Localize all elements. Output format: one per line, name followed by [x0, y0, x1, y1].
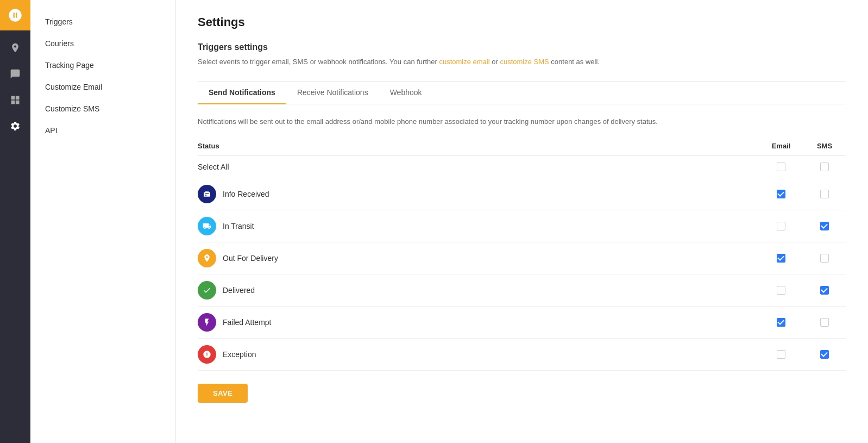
select-all-email-checkbox[interactable] [777, 163, 785, 171]
save-button[interactable]: SAVE [198, 384, 248, 403]
nav-icon-grid[interactable] [4, 89, 26, 111]
nav-icon-chat[interactable] [4, 63, 26, 85]
tab-webhook[interactable]: Webhook [379, 82, 433, 104]
sms-checkbox-out-for-delivery[interactable] [820, 254, 829, 263]
email-checkbox-in-transit[interactable] [777, 222, 785, 230]
email-checkbox-info-received[interactable] [777, 190, 785, 198]
notification-info: Notifications will be sent out to the em… [198, 117, 846, 126]
table-row: Out For Delivery [198, 242, 846, 274]
sidebar-item-couriers[interactable]: Couriers [30, 33, 175, 54]
sidebar-item-api[interactable]: API [30, 120, 175, 141]
sms-checkbox-exception[interactable] [820, 350, 829, 359]
sidebar-item-triggers[interactable]: Triggers [30, 11, 175, 33]
status-table: Status Email SMS Select All [198, 136, 846, 371]
sidebar-item-customize-sms[interactable]: Customize SMS [30, 98, 175, 120]
status-icon-info-received [198, 185, 216, 203]
email-checkbox-failed-attempt[interactable] [777, 318, 785, 327]
select-all-label: Select All [198, 155, 759, 178]
sms-checkbox-failed-attempt[interactable] [820, 318, 829, 327]
email-checkbox-delivered[interactable] [777, 286, 785, 295]
table-row: Exception [198, 338, 846, 370]
tab-receive-notifications[interactable]: Receive Notifications [286, 82, 379, 104]
section-title: Triggers settings [198, 42, 846, 52]
table-row-select-all: Select All [198, 155, 846, 178]
select-all-sms-checkbox[interactable] [820, 163, 829, 171]
nav-icon-location[interactable] [4, 37, 26, 59]
table-row: In Transit [198, 210, 846, 242]
sidebar-item-customize-email[interactable]: Customize Email [30, 76, 175, 98]
status-label-in-transit: In Transit [223, 222, 254, 230]
nav-icon-settings[interactable] [4, 115, 26, 137]
col-header-status: Status [198, 136, 759, 156]
status-icon-failed-attempt [198, 313, 216, 332]
customize-sms-link[interactable]: customize SMS [500, 58, 549, 66]
status-icon-out-for-delivery [198, 249, 216, 267]
table-row: Info Received [198, 178, 846, 210]
icon-bar [0, 0, 30, 443]
status-label-info-received: Info Received [223, 190, 269, 198]
status-label-out-for-delivery: Out For Delivery [223, 254, 278, 263]
status-icon-exception [198, 345, 216, 364]
status-icon-in-transit [198, 217, 216, 235]
tabs-container: Send Notifications Receive Notifications… [198, 82, 846, 104]
col-header-email: Email [759, 136, 803, 156]
status-icon-delivered [198, 281, 216, 300]
page-title: Settings [198, 15, 846, 29]
sidebar: Triggers Couriers Tracking Page Customiz… [30, 0, 176, 443]
sms-checkbox-info-received[interactable] [820, 190, 829, 198]
section-description: Select events to trigger email, SMS or w… [198, 57, 846, 68]
status-label-failed-attempt: Failed Attempt [223, 318, 272, 327]
email-checkbox-out-for-delivery[interactable] [777, 254, 785, 263]
email-checkbox-exception[interactable] [777, 350, 785, 359]
status-label-exception: Exception [223, 350, 256, 359]
customize-email-link[interactable]: customize email [439, 58, 489, 66]
table-row: Failed Attempt [198, 306, 846, 338]
col-header-sms: SMS [803, 136, 846, 156]
status-label-delivered: Delivered [223, 286, 255, 295]
table-row: Delivered [198, 274, 846, 306]
sidebar-item-tracking-page[interactable]: Tracking Page [30, 54, 175, 76]
main-content: Settings Triggers settings Select events… [176, 0, 868, 443]
tab-send-notifications[interactable]: Send Notifications [198, 82, 286, 104]
sms-checkbox-in-transit[interactable] [820, 222, 829, 230]
logo-icon[interactable] [0, 0, 30, 30]
sms-checkbox-delivered[interactable] [820, 286, 829, 295]
